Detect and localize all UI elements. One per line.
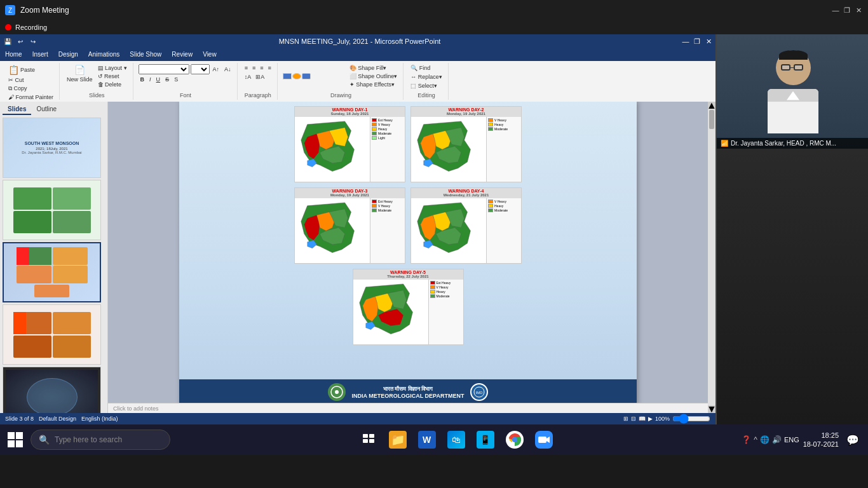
chrome-button[interactable] [501,427,529,452]
tray-question-icon[interactable]: ❓ [742,435,751,444]
strikethrough-button[interactable]: S [163,76,171,83]
ribbon-delete-button[interactable]: 🗑 Delete [96,81,129,88]
click-to-notes[interactable]: Click to add notes [108,403,708,413]
map-day4-legend: V Heavy Heavy [486,198,521,263]
zoom-minimize-button[interactable]: — [831,6,840,15]
zoom-maximize-button[interactable]: ❐ [843,6,851,15]
font-family-select[interactable] [139,64,189,74]
ppt-close-button[interactable]: ✕ [704,37,713,46]
underline-button[interactable]: U [154,76,163,83]
zoom-titlebar: Z Zoom Meeting — ❐ ✕ [0,0,868,20]
slide-main-view[interactable]: WARNING DAY-1 Sunday, 18 July 2021 [108,102,708,403]
slide-thumb-4[interactable] [3,304,101,365]
slideshow-button[interactable]: ▶ [648,416,653,422]
zoom-window-controls[interactable]: — ❐ ✕ [831,6,863,15]
notification-center-button[interactable]: 💬 [843,430,863,450]
align-center-button[interactable]: ≡ [250,64,257,72]
taskbar-clock[interactable]: 18:25 18-07-2021 [803,431,839,449]
normal-view-button[interactable]: ⊞ [623,416,628,422]
tab-slideshow[interactable]: Slide Show [125,50,166,61]
ppt-restore-button[interactable]: ❐ [693,37,702,46]
legend-day3-1: Ext Heavy [372,200,403,203]
font-decrease-button[interactable]: A↓ [222,65,233,73]
scrollbar-up-button[interactable]: ▲ [708,102,715,109]
align-text-button[interactable]: ⊞A [254,73,266,81]
slide-thumb-2[interactable] [3,180,101,240]
svg-rect-36 [363,439,368,443]
win-quad-tl [8,432,15,439]
search-magnifier-icon: 🔍 [39,435,50,445]
shape-fill-button[interactable]: 🎨 Shape Fill▾ [348,64,400,72]
start-button[interactable] [3,427,28,452]
ashoka-chakra-icon [330,385,344,399]
word-button[interactable]: W [413,427,441,452]
ribbon-paste-button[interactable]: 📋 Paste [6,64,55,76]
slide-thumb-1[interactable]: SOUTH WEST MONSOON 2021; 18July, 2021 Dr… [3,118,101,178]
store-button[interactable]: 🛍 [442,427,470,452]
ribbon-reset-button[interactable]: ↺ Reset [96,72,129,80]
bold-button[interactable]: B [139,76,147,83]
file-explorer-button[interactable]: 📁 [384,427,412,452]
align-right-button[interactable]: ≡ [258,64,265,72]
shape-effects-button[interactable]: ✦ Shape Effects▾ [348,81,400,88]
slide-thumb-wrapper-4: 4 [3,304,105,365]
scrollbar-down-button[interactable]: ▼ [708,405,715,413]
phone-button[interactable]: 📱 [471,427,499,452]
slide-thumb-3[interactable] [3,242,101,302]
legend-day5-4: Moderate [430,294,462,298]
text-direction-button[interactable]: ↕A [243,73,254,81]
taskbar-search-box[interactable]: 🔍 Type here to search [31,430,170,450]
tab-insert[interactable]: Insert [27,50,53,61]
align-justify-button[interactable]: ≡ [266,64,273,72]
shape-oval[interactable] [292,73,301,79]
tab-home[interactable]: Home [0,50,27,61]
ribbon-layout-button[interactable]: ▤ Layout ▾ [96,64,129,72]
italic-button[interactable]: I [147,76,153,83]
zoom-taskbar-button[interactable] [530,427,558,452]
ribbon-drawing-label: Drawing [330,92,351,98]
ppt-quick-access-toolbar: 💾 ↩ ↪ MNSN MEETING_July, 2021 - Microsof… [0,34,715,48]
qat-save-button[interactable]: 💾 [3,36,13,46]
map-day3-svg [295,198,370,263]
reading-view-button[interactable]: 📖 [639,416,646,422]
ribbon-new-slide-button[interactable]: 📄New Slide [65,64,95,83]
ppt-statusbar: Slide 3 of 8 Default Design English (Ind… [0,413,715,424]
tray-chevron-icon[interactable]: ^ [754,435,757,444]
tab-slides[interactable]: Slides [3,104,31,115]
zoom-slider[interactable] [672,416,710,421]
tab-design[interactable]: Design [53,50,83,61]
zoom-close-button[interactable]: ✕ [854,6,863,15]
shape-rounded[interactable] [302,73,311,79]
ribbon-cut-button[interactable]: ✂ Cut [6,76,55,84]
select-button[interactable]: ⬚ Select▾ [409,82,444,90]
ppt-scrollbar[interactable]: ▲ ▼ [708,102,715,413]
tab-animations[interactable]: Animations [83,50,125,61]
qat-undo-button[interactable]: ↩ [15,36,25,46]
recording-label: Recording [15,24,47,31]
svg-rect-37 [369,439,374,443]
scrollbar-thumb[interactable] [709,110,714,129]
legend-day2-1: V Heavy [488,118,520,122]
slide-sorter-button[interactable]: ⊟ [631,416,636,422]
replace-button[interactable]: ↔ Replace▾ [409,73,444,81]
ribbon-copy-button[interactable]: ⧉ Copy [6,85,55,93]
qat-redo-button[interactable]: ↪ [28,36,38,46]
font-increase-button[interactable]: A↑ [211,65,222,73]
ppt-minimize-button[interactable]: — [681,37,690,46]
slide-thumb-5[interactable] [3,367,101,413]
legend-day3-3: Moderate [372,208,403,212]
font-size-select[interactable] [191,64,210,74]
tray-volume-icon[interactable]: 🔊 [772,435,782,444]
shape-outline-button[interactable]: ⬜ Shape Outline▾ [348,72,400,80]
find-button[interactable]: 🔍 Find [409,64,444,72]
tab-view[interactable]: View [198,50,222,61]
ribbon-format-painter-button[interactable]: 🖌 Format Painter [6,93,55,101]
shadow-button[interactable]: S [172,76,180,83]
align-left-button[interactable]: ≡ [243,64,250,72]
taskview-button[interactable] [355,427,383,452]
tray-network-icon[interactable]: 🌐 [760,435,770,444]
map-box-day3: WARNING DAY-3 Monday, 19 July 2021 [294,187,405,264]
shape-rect[interactable] [283,73,292,79]
tab-review[interactable]: Review [166,50,198,61]
tab-outline[interactable]: Outline [31,104,62,115]
